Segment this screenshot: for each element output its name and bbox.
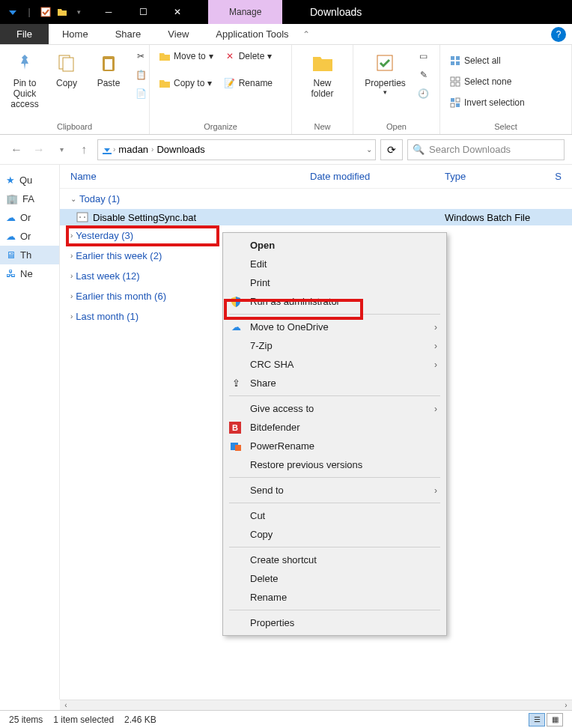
column-size[interactable]: S xyxy=(555,171,562,182)
refresh-button[interactable]: ⟳ xyxy=(380,139,403,160)
ctx-bitdefender[interactable]: BBitdefender xyxy=(223,418,446,437)
copy-path-button[interactable]: 📋 xyxy=(132,67,150,83)
tree-onedrive[interactable]: ☁Or xyxy=(0,208,59,227)
scroll-left-button[interactable]: ‹ xyxy=(60,701,72,709)
ctx-restore-versions[interactable]: Restore previous versions xyxy=(223,455,446,474)
ctx-print[interactable]: Print xyxy=(223,273,446,292)
tree-this-pc[interactable]: 🖥Th xyxy=(0,246,59,264)
tab-view[interactable]: View xyxy=(154,24,202,44)
rename-icon: 📝 xyxy=(224,77,236,89)
move-to-button[interactable]: Move to ▾ xyxy=(156,48,216,64)
ctx-delete[interactable]: Delete xyxy=(223,569,446,588)
nav-tree: ★Qu 🏢FA ☁Or ☁Or 🖥Th 🖧Ne xyxy=(0,165,60,700)
ctx-share[interactable]: ⇪Share xyxy=(223,374,446,392)
tab-home[interactable]: Home xyxy=(49,24,102,44)
cut-button[interactable]: ✂ xyxy=(132,48,150,64)
recent-dropdown[interactable]: ▾ xyxy=(52,141,70,159)
edit-button[interactable]: ✎ xyxy=(415,67,433,83)
search-box[interactable]: 🔍 Search Downloads xyxy=(407,139,565,160)
breadcrumb-seg1[interactable]: madan xyxy=(115,144,151,155)
open-button[interactable]: ▭ xyxy=(415,48,433,64)
tab-application-tools[interactable]: Application Tools xyxy=(202,24,302,44)
ctx-separator xyxy=(229,547,440,547)
forward-button[interactable]: → xyxy=(30,141,48,159)
tree-onedrive2[interactable]: ☁Or xyxy=(0,227,59,246)
up-button[interactable]: ↑ xyxy=(75,141,93,159)
ctx-edit[interactable]: Edit xyxy=(223,255,446,273)
invert-selection-button[interactable]: Invert selection xyxy=(446,94,528,111)
group-today[interactable]: ⌄Today (1) xyxy=(60,189,572,209)
column-type[interactable]: Type xyxy=(445,171,555,182)
qat-properties-icon[interactable] xyxy=(39,5,52,19)
ctx-cut[interactable]: Cut xyxy=(223,506,446,525)
svg-rect-15 xyxy=(456,98,460,102)
file-row[interactable]: Disable SettingSync.bat Windows Batch Fi… xyxy=(60,209,572,225)
ctx-7zip[interactable]: 7-Zip› xyxy=(223,336,446,355)
submenu-arrow-icon: › xyxy=(434,322,437,333)
history-button[interactable]: 🕘 xyxy=(415,85,433,102)
tab-share[interactable]: Share xyxy=(102,24,155,44)
ctx-properties[interactable]: Properties xyxy=(223,613,446,632)
tree-quick-access[interactable]: ★Qu xyxy=(0,171,59,189)
paste-button[interactable]: Paste xyxy=(90,48,127,91)
back-button[interactable]: ← xyxy=(7,141,25,159)
select-all-icon xyxy=(449,55,461,67)
close-button[interactable]: ✕ xyxy=(160,0,195,24)
ribbon: Pin to Quick access Copy Paste ✂ 📋 📄 Cli… xyxy=(0,45,572,135)
ctx-separator xyxy=(229,610,440,610)
chevron-right-icon: › xyxy=(70,252,73,260)
submenu-arrow-icon: › xyxy=(434,360,437,370)
scissors-icon: ✂ xyxy=(135,50,147,62)
qat-folder-icon[interactable] xyxy=(55,5,69,19)
ctx-send-to[interactable]: Send to› xyxy=(223,481,446,500)
qat-dropdown-icon[interactable]: ▾ xyxy=(72,5,85,19)
svg-rect-11 xyxy=(456,77,460,81)
tab-file[interactable]: File xyxy=(0,24,49,44)
select-all-button[interactable]: Select all xyxy=(446,52,528,69)
address-bar[interactable]: › madan › Downloads ⌄ xyxy=(97,139,376,160)
help-icon[interactable]: ? xyxy=(551,27,566,42)
status-bar: 25 items 1 item selected 2.46 KB ☰ ▦ xyxy=(0,710,572,728)
ctx-create-shortcut[interactable]: Create shortcut xyxy=(223,550,446,569)
scroll-right-button[interactable]: › xyxy=(560,701,572,709)
paste-shortcut-button[interactable]: 📄 xyxy=(132,85,150,102)
minimize-button[interactable]: ─ xyxy=(91,0,126,24)
new-folder-button[interactable]: New folder xyxy=(298,48,347,102)
rename-button[interactable]: 📝Rename xyxy=(221,75,276,91)
ctx-give-access[interactable]: Give access to› xyxy=(223,399,446,418)
ctx-copy[interactable]: Copy xyxy=(223,525,446,544)
copy-to-icon xyxy=(159,77,171,89)
ctx-open[interactable]: Open xyxy=(223,236,446,255)
svg-point-20 xyxy=(79,216,81,218)
manage-tab[interactable]: Manage xyxy=(208,0,282,24)
properties-button[interactable]: Properties ▾ xyxy=(360,48,410,99)
copy-label: Copy xyxy=(56,78,77,88)
ctx-rename[interactable]: Rename xyxy=(223,588,446,607)
details-view-button[interactable]: ☰ xyxy=(529,713,545,727)
chevron-right-icon: › xyxy=(70,292,73,300)
delete-button[interactable]: ✕Delete ▾ xyxy=(221,48,276,64)
thumbnails-view-button[interactable]: ▦ xyxy=(547,713,563,727)
select-none-button[interactable]: Select none xyxy=(446,73,528,90)
pin-to-quick-access-button[interactable]: Pin to Quick access xyxy=(6,48,43,112)
tree-item[interactable]: 🏢FA xyxy=(0,189,59,208)
breadcrumb-seg2[interactable]: Downloads xyxy=(153,144,207,155)
column-name[interactable]: Name xyxy=(70,171,310,182)
svg-point-21 xyxy=(84,216,85,218)
maximize-button[interactable]: ☐ xyxy=(126,0,160,24)
copy-to-button[interactable]: Copy to ▾ xyxy=(156,75,216,91)
address-dropdown-icon[interactable]: ⌄ xyxy=(366,145,372,154)
ctx-run-as-admin[interactable]: Run as administrator xyxy=(223,292,446,311)
delete-icon: ✕ xyxy=(224,50,236,62)
svg-rect-4 xyxy=(105,59,112,70)
ctx-move-onedrive[interactable]: ☁Move to OneDrive› xyxy=(223,318,446,336)
copy-button[interactable]: Copy xyxy=(48,48,85,91)
ctx-crc-sha[interactable]: CRC SHA› xyxy=(223,355,446,374)
tree-network[interactable]: 🖧Ne xyxy=(0,264,59,283)
horizontal-scrollbar[interactable]: ‹ › xyxy=(60,700,572,710)
powerrename-icon xyxy=(229,440,243,453)
column-date[interactable]: Date modified xyxy=(310,171,445,182)
ctx-powerrename[interactable]: PowerRename xyxy=(223,437,446,455)
ribbon-collapse-icon[interactable]: ⌃ xyxy=(302,29,310,40)
search-icon: 🔍 xyxy=(413,144,425,155)
